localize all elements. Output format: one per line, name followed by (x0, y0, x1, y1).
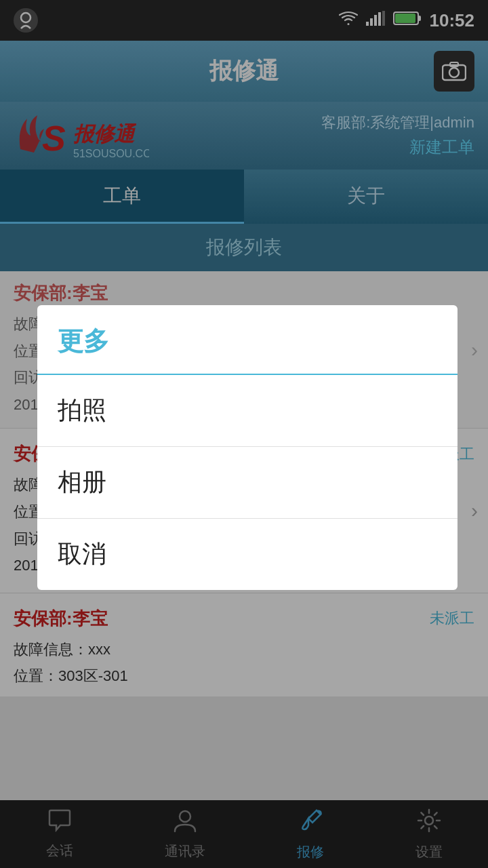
dialog-item-album[interactable]: 相册 (37, 447, 458, 519)
more-dialog: 更多 拍照 相册 取消 (37, 305, 458, 590)
dialog-title: 更多 (37, 305, 458, 375)
dialog-item-cancel[interactable]: 取消 (37, 519, 458, 590)
dialog-item-camera[interactable]: 拍照 (37, 375, 458, 447)
